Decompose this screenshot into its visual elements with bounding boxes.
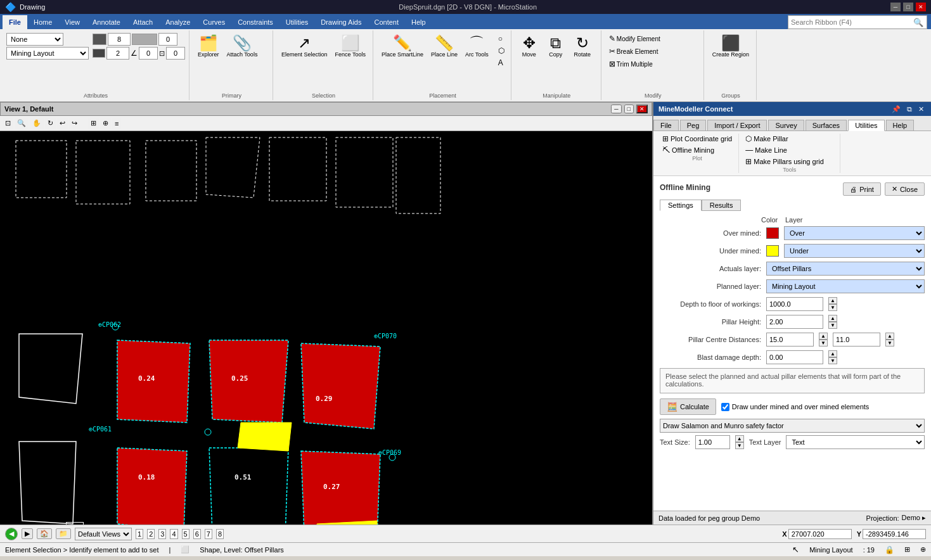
mine-tab-file[interactable]: File [653,120,679,130]
close-window-button[interactable]: ✕ [916,3,926,11]
pillar-height-down-button[interactable]: ▼ [828,322,837,329]
actuals-layer-select[interactable]: Offset Pillars [766,262,925,276]
page-7[interactable]: 7 [205,529,212,539]
vt-grid-button[interactable]: ⊞ [88,118,99,129]
under-mined-color-picker[interactable] [766,245,779,257]
over-mined-layer-select[interactable]: Over [784,226,925,240]
page-3[interactable]: 3 [158,529,166,539]
home-button[interactable]: 🏠 [37,528,52,539]
panel-pin-button[interactable]: 📌 [890,105,902,113]
level-dropdown[interactable]: None [6,33,63,46]
mine-tab-import-export[interactable]: Import / Export [707,120,767,130]
page-1[interactable]: 1 [136,529,143,539]
text-size-down-button[interactable]: ▼ [735,442,744,449]
folder-button[interactable]: 📁 [56,528,71,539]
pillar-centre-v2-up-button[interactable]: ▲ [885,333,894,340]
page-4[interactable]: 4 [170,529,177,539]
pillar-height-up-button[interactable]: ▲ [828,315,837,322]
break-element-button[interactable]: ✂ Break Element [607,46,700,57]
arc-tools-button[interactable]: ⌒ Arc Tools [462,33,492,60]
forward-button[interactable]: ▶ [22,528,33,539]
explorer-button[interactable]: 🗂️ Explorer [195,33,222,60]
text-tool-button[interactable]: A [496,57,507,68]
color-dropdown[interactable]: Mining Layout [6,47,89,60]
depth-input[interactable] [766,297,823,311]
tab-help[interactable]: Help [405,15,432,29]
pillar-height-input[interactable] [766,315,823,329]
demo-button[interactable]: Demo ▸ [902,514,926,522]
weight-input[interactable] [106,47,129,60]
tab-file[interactable]: File [3,15,27,29]
scale-input[interactable] [166,47,185,60]
make-pillar-button[interactable]: ⬡ Make Pillar [744,134,825,144]
viewport-minimize-button[interactable]: ─ [611,105,621,113]
vt-undo-button[interactable]: ↩ [57,118,68,129]
vt-snap-button[interactable]: ⊕ [100,118,111,129]
viewport-canvas[interactable]: ⊕CP062 ⊕CP070 ⊕CP061 ⊕CP069 0.24 0.25 0.… [0,131,652,525]
tab-annotate[interactable]: Annotate [86,15,127,29]
tab-utilities[interactable]: Utilities [279,15,314,29]
offline-mining-button[interactable]: ⛏ Offline Mining [661,145,733,155]
pillar-centre-v2-input[interactable] [833,333,880,347]
angle-input[interactable] [139,47,158,60]
views-select[interactable]: Default Views [75,528,132,540]
page-6[interactable]: 6 [193,529,201,539]
viewport-close-button[interactable]: ✕ [636,105,648,113]
pillar-centre-v1-input[interactable] [766,333,814,347]
tab-view[interactable]: View [58,15,86,29]
modify-element-button[interactable]: ✎ Modify Element [607,33,700,44]
pillar-centre-v1-up-button[interactable]: ▲ [819,333,828,340]
minimize-button[interactable]: ─ [890,3,901,11]
vt-fit-button[interactable]: ⊡ [3,118,13,129]
pillar-centre-v1-down-button[interactable]: ▼ [819,340,828,347]
tab-curves[interactable]: Curves [196,15,231,29]
print-button[interactable]: 🖨 Print [843,182,881,196]
make-line-button[interactable]: — Make Line [744,145,825,155]
vt-zoom-button[interactable]: 🔍 [15,118,29,129]
style-input[interactable] [158,33,177,46]
rotate-button[interactable]: ↻ Rotate [570,33,595,60]
page-8[interactable]: 8 [216,529,224,539]
line-style-swatch[interactable] [132,34,157,45]
mine-tab-peg[interactable]: Peg [680,120,707,130]
vt-redo-button[interactable]: ↪ [69,118,80,129]
circle-tool-button[interactable]: ○ [496,33,507,44]
weight-swatch[interactable] [93,49,105,58]
draw-checkbox[interactable] [721,403,729,411]
blast-damage-input[interactable] [766,350,823,364]
plot-coordinate-grid-button[interactable]: ⊞ Plot Coordinate grid [661,134,733,144]
tab-constraints[interactable]: Constraints [231,15,279,29]
planned-layer-select[interactable]: Mining Layout [766,279,925,293]
under-mined-layer-select[interactable]: Under [784,244,925,258]
mine-tab-help[interactable]: Help [886,120,915,130]
create-region-button[interactable]: ⬛ Create Region [709,33,752,60]
vt-rotate-button[interactable]: ↻ [45,118,56,129]
salamon-select[interactable]: Draw Salamon and Munro safety factor [660,419,925,433]
tab-attach[interactable]: Attach [127,15,159,29]
copy-button[interactable]: ⧉ Copy [543,33,568,60]
mine-tab-utilities[interactable]: Utilities [848,120,884,131]
page-2[interactable]: 2 [147,529,155,539]
color-value-input[interactable] [108,33,131,46]
move-button[interactable]: ✥ Move [517,33,542,60]
settings-tab[interactable]: Settings [660,200,702,211]
mine-tab-survey[interactable]: Survey [768,120,804,130]
tab-drawing-aids[interactable]: Drawing Aids [314,15,368,29]
blast-damage-down-button[interactable]: ▼ [828,357,837,364]
tab-analyze[interactable]: Analyze [159,15,196,29]
vt-pan-button[interactable]: ✋ [30,118,44,129]
depth-down-button[interactable]: ▼ [828,304,837,311]
text-size-input[interactable] [695,435,730,449]
mine-tab-surfaces[interactable]: Surfaces [806,120,847,130]
vt-level-button[interactable]: ≡ [112,118,121,129]
page-5[interactable]: 5 [182,529,189,539]
blast-damage-up-button[interactable]: ▲ [828,350,837,357]
attach-tools-button[interactable]: 📎 Attach Tools [224,33,261,60]
calculate-button[interactable]: 🧮 Calculate [660,398,716,415]
text-size-up-button[interactable]: ▲ [735,435,744,442]
back-button[interactable]: ◀ [5,528,18,540]
panel-float-button[interactable]: ⧉ [905,105,914,113]
place-smartline-button[interactable]: ✏️ Place SmartLine [378,33,427,60]
maximize-button[interactable]: □ [903,3,913,11]
viewport-maximize-button[interactable]: □ [624,105,634,113]
